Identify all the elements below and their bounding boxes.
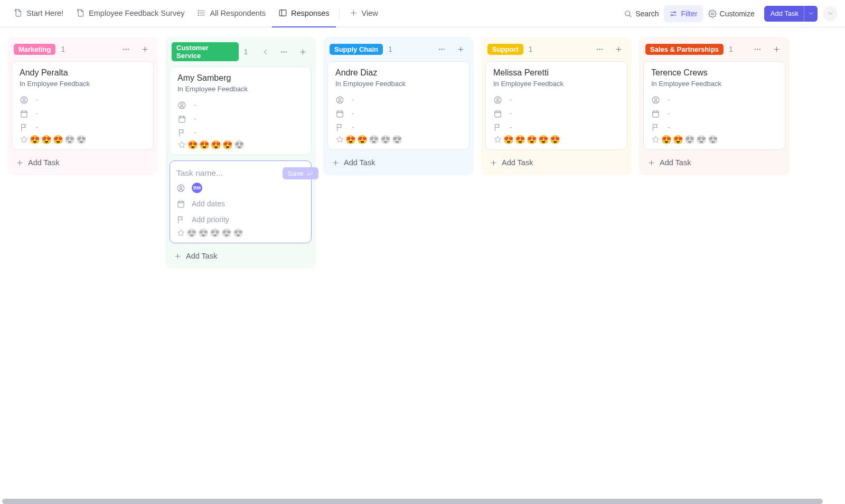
task-card[interactable]: Terence Crews In Employee Feedback - - -…: [643, 61, 785, 150]
chevron-left-icon: [261, 48, 269, 56]
column-menu-button[interactable]: [750, 42, 764, 56]
add-task-row[interactable]: Add Task: [643, 155, 785, 170]
date-row[interactable]: -: [651, 107, 777, 120]
task-card[interactable]: Melissa Peretti In Employee Feedback - -…: [485, 61, 627, 150]
priority-row[interactable]: -: [651, 120, 777, 134]
blank-emoji: 😍: [696, 136, 707, 144]
search-button[interactable]: Search: [618, 5, 664, 22]
column-menu-button[interactable]: [277, 45, 291, 59]
heart-eyes-emoji: 😍: [30, 136, 40, 144]
assignee-row[interactable]: BM: [176, 180, 305, 196]
task-name-input[interactable]: [176, 166, 278, 180]
date-row[interactable]: -: [20, 107, 146, 120]
blank-emoji: 😍: [186, 229, 197, 237]
column-count: 1: [244, 47, 248, 56]
status-pill[interactable]: Marketing: [14, 44, 55, 55]
add-task-dropdown[interactable]: [804, 6, 818, 22]
add-task-label: Add Task: [344, 158, 375, 167]
filter-button[interactable]: Filter: [664, 5, 702, 22]
plus-icon: [16, 159, 24, 167]
empty-value: -: [36, 96, 39, 104]
column-customer-service: Customer Service 1 Amy Samberg In Employ…: [165, 37, 316, 269]
plus-icon: [349, 8, 358, 17]
tab-employee-feedback-survey[interactable]: Employee Feedback Survey: [70, 0, 191, 27]
status-pill[interactable]: Support: [487, 44, 523, 55]
priority-row[interactable]: -: [493, 120, 619, 134]
add-task-row[interactable]: Add Task: [170, 249, 312, 263]
save-button[interactable]: Save: [283, 167, 318, 179]
date-row[interactable]: -: [335, 107, 462, 120]
tab-label: Start Here!: [26, 9, 63, 17]
tab-start-here[interactable]: Start Here!: [7, 0, 70, 27]
column-add-button[interactable]: [296, 45, 309, 59]
user-circle-icon: [651, 96, 660, 104]
more-menu-button[interactable]: [823, 6, 838, 21]
rating-row[interactable]: 😍😍😍😍😍: [176, 229, 305, 237]
column-add-button[interactable]: [769, 42, 783, 56]
column-count: 1: [729, 45, 733, 53]
empty-value: -: [36, 123, 39, 131]
add-task-button[interactable]: Add Task: [764, 6, 818, 22]
avatar[interactable]: BM: [192, 183, 202, 193]
empty-value: -: [194, 115, 196, 123]
blank-emoji: 😍: [233, 229, 243, 237]
assignee-row[interactable]: -: [651, 93, 777, 107]
heart-eyes-emoji: 😍: [357, 136, 368, 144]
tab-add-view[interactable]: View: [343, 0, 384, 27]
assignee-row[interactable]: -: [177, 98, 304, 112]
column-add-button[interactable]: [454, 42, 467, 56]
save-label: Save: [288, 169, 304, 177]
column-menu-button[interactable]: [435, 42, 448, 56]
status-pill[interactable]: Supply Chain: [330, 44, 383, 55]
customize-button[interactable]: Customize: [703, 5, 760, 22]
plus-icon: [490, 159, 497, 167]
calendar-icon: [20, 109, 29, 118]
assignee-row[interactable]: -: [493, 93, 619, 107]
priority-row[interactable]: -: [20, 120, 146, 134]
doc-arrow-icon: [76, 8, 85, 17]
add-priority-row[interactable]: Add priority: [176, 212, 305, 227]
add-dates-row[interactable]: Add dates: [176, 196, 305, 212]
column-menu-button[interactable]: [593, 42, 606, 56]
blank-emoji: 😍: [221, 229, 232, 237]
calendar-icon: [651, 109, 660, 118]
column-add-button[interactable]: [138, 42, 152, 56]
add-task-label: Add Task: [28, 158, 59, 167]
tab-responses[interactable]: Responses: [272, 0, 336, 27]
star-icon: [20, 135, 29, 144]
task-card[interactable]: Amy Samberg In Employee Feedback - - - 😍…: [170, 66, 312, 155]
status-pill[interactable]: Customer Service: [172, 42, 239, 61]
flag-icon: [651, 123, 660, 132]
date-row[interactable]: -: [177, 112, 304, 126]
blank-emoji: 😍: [64, 136, 75, 144]
add-task-row[interactable]: Add Task: [12, 155, 154, 170]
task-card[interactable]: Andre Diaz In Employee Feedback - - - 😍😍…: [327, 61, 470, 150]
collapse-button[interactable]: [258, 45, 272, 59]
column-header: Sales & Partnerships 1: [643, 41, 785, 61]
add-task-row[interactable]: Add Task: [327, 155, 470, 170]
heart-eyes-emoji: 😍: [187, 141, 198, 149]
priority-row[interactable]: -: [177, 126, 304, 139]
divider: [339, 8, 340, 19]
column-count: 1: [529, 45, 533, 53]
rating-row: 😍😍😍😍😍: [335, 135, 462, 144]
add-task-row[interactable]: Add Task: [485, 155, 627, 170]
calendar-icon: [177, 115, 186, 123]
date-row[interactable]: -: [493, 107, 619, 120]
column-menu-button[interactable]: [119, 42, 133, 56]
flag-icon: [20, 123, 29, 132]
tab-all-respondents[interactable]: All Respondents: [191, 0, 272, 27]
column-add-button[interactable]: [612, 42, 625, 56]
flag-icon: [177, 128, 186, 137]
priority-row[interactable]: -: [335, 120, 462, 134]
dots-icon: [122, 45, 130, 53]
task-card[interactable]: Andy Peralta In Employee Feedback - - - …: [12, 61, 154, 150]
flag-icon: [176, 215, 185, 224]
doc-arrow-icon: [14, 8, 23, 17]
assignee-row[interactable]: -: [20, 93, 146, 107]
column-sales: Sales & Partnerships 1 Terence Crews In …: [639, 37, 790, 175]
card-location: In Employee Feedback: [177, 85, 304, 93]
star-icon: [176, 229, 185, 237]
assignee-row[interactable]: -: [335, 93, 462, 107]
status-pill[interactable]: Sales & Partnerships: [645, 44, 724, 55]
